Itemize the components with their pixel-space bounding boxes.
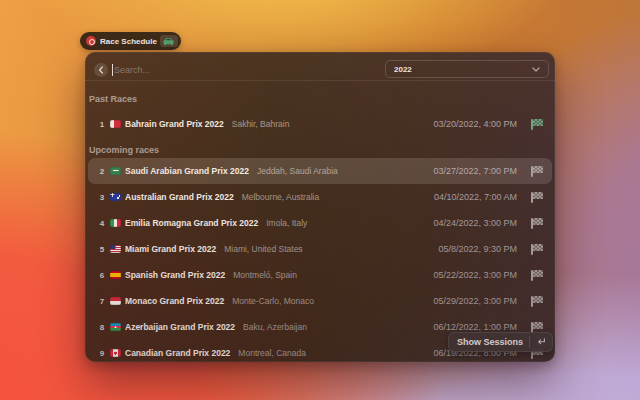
divider [529,336,530,348]
year-value: 2022 [394,65,412,74]
race-number: 7 [98,297,106,306]
f1-extension-icon [86,36,96,46]
checkered-flag-icon [531,270,544,281]
show-sessions-action[interactable]: Show Sessions [448,332,553,352]
race-location: Melbourne, Australia [242,192,320,202]
country-flag-icon [110,297,121,306]
race-location: Sakhir, Bahrain [232,119,290,129]
checkered-flag-icon [531,192,544,203]
return-key-icon [536,338,546,346]
extension-chip[interactable]: Race Schedule [80,32,181,50]
race-datetime: 03/20/2022, 4:00 PM [433,119,517,129]
race-row[interactable]: 1 Bahrain Grand Prix 2022 Sakhir, Bahrai… [88,111,552,137]
race-row[interactable]: 6 Spanish Grand Prix 2022 Montmeló, Spai… [88,262,552,288]
race-location: Monte-Carlo, Monaco [232,296,314,306]
race-number: 6 [98,271,106,280]
race-datetime: 04/24/2022, 3:00 PM [433,218,517,228]
race-row[interactable]: 5 Miami Grand Prix 2022 Miami, United St… [88,236,552,262]
race-title: Azerbaijan Grand Prix 2022 [125,322,235,332]
country-flag-icon [110,323,121,332]
race-title: Canadian Grand Prix 2022 [125,348,230,358]
chevron-down-icon [532,67,540,72]
section-header: Past Races [88,91,552,107]
race-datetime: 03/27/2022, 7:00 PM [433,166,517,176]
race-location: Jeddah, Saudi Arabia [257,166,338,176]
race-title: Spanish Grand Prix 2022 [125,270,225,280]
country-flag-icon [110,193,121,202]
race-number: 1 [98,120,106,129]
race-location: Montreal, Canada [238,348,306,358]
country-flag-icon [110,120,121,129]
race-location: Miami, United States [224,244,302,254]
country-flag-icon [110,219,121,228]
checkered-flag-icon [531,322,544,333]
race-row[interactable]: 4 Emilia Romagna Grand Prix 2022 Imola, … [88,210,552,236]
race-title: Saudi Arabian Grand Prix 2022 [125,166,249,176]
race-title: Bahrain Grand Prix 2022 [125,119,224,129]
race-list: Past Races 1 Bahrain Grand Prix 2022 Sak… [85,91,555,362]
show-sessions-label: Show Sessions [457,337,523,347]
race-datetime: 04/10/2022, 7:00 AM [434,192,517,202]
race-datetime: 06/12/2022, 1:00 PM [433,322,517,332]
race-number: 5 [98,245,106,254]
race-location: Baku, Azerbaijan [243,322,307,332]
race-number: 9 [98,349,106,358]
country-flag-icon [110,349,121,358]
chevron-left-icon [98,66,104,74]
search-bar: Search... 2022 [85,52,555,81]
race-title: Emilia Romagna Grand Prix 2022 [125,218,258,228]
race-title: Miami Grand Prix 2022 [125,244,216,254]
search-input[interactable]: Search... [114,65,385,75]
country-flag-icon [110,271,121,280]
year-dropdown[interactable]: 2022 [385,60,549,78]
race-row[interactable]: 3 Australian Grand Prix 2022 Melbourne, … [88,184,552,210]
race-car-keycap [160,35,178,47]
text-caret [112,64,113,76]
race-datetime: 05/22/2022, 3:00 PM [433,270,517,280]
race-datetime: 05/29/2022, 3:00 PM [433,296,517,306]
checkered-flag-icon [531,244,544,255]
race-row[interactable]: 7 Monaco Grand Prix 2022 Monte-Carlo, Mo… [88,288,552,314]
checkered-flag-icon [531,119,544,130]
race-title: Monaco Grand Prix 2022 [125,296,224,306]
race-car-icon [163,37,174,46]
country-flag-icon [110,245,121,254]
race-number: 8 [98,323,106,332]
race-row[interactable]: 2 Saudi Arabian Grand Prix 2022 Jeddah, … [88,158,552,184]
country-flag-icon [110,167,121,176]
race-number: 4 [98,219,106,228]
chip-label: Race Schedule [100,37,157,46]
race-number: 2 [98,167,106,176]
checkered-flag-icon [531,296,544,307]
race-title: Australian Grand Prix 2022 [125,192,234,202]
race-datetime: 05/8/2022, 9:30 PM [438,244,517,254]
race-location: Imola, Italy [266,218,307,228]
race-number: 3 [98,193,106,202]
section-header: Upcoming races [88,142,552,158]
checkered-flag-icon [531,218,544,229]
race-location: Montmeló, Spain [233,270,297,280]
checkered-flag-icon [531,166,544,177]
race-schedule-window: Search... 2022 Past Races 1 Bahrain Gran… [85,52,555,362]
back-button[interactable] [94,63,108,77]
